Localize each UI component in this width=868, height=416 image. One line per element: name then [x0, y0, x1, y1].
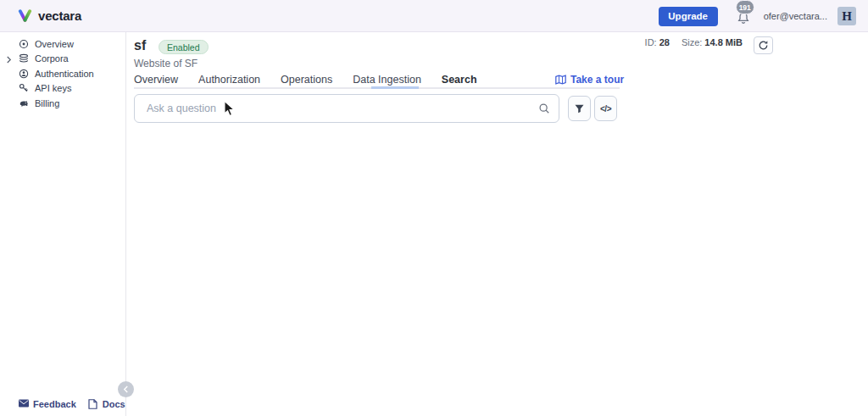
sidebar-item-overview[interactable]: Overview [0, 36, 125, 52]
corpus-name: sf [134, 38, 146, 53]
code-icon: </> [600, 104, 611, 114]
refresh-icon [758, 40, 769, 51]
chevron-right-icon[interactable] [6, 55, 12, 65]
tab-overview[interactable]: Overview [134, 72, 178, 89]
sidebar-item-label: API keys [35, 83, 71, 93]
sidebar-item-authentication[interactable]: Authentication [0, 66, 125, 81]
brand-name: vectara [38, 8, 81, 23]
notifications-bell[interactable]: 191 [735, 3, 754, 29]
sidebar-item-label: Overview [35, 39, 74, 49]
corpora-icon [19, 53, 29, 64]
topbar: vectara Upgrade 191 ofer@vectara... H [0, 0, 868, 32]
vectara-console: vectara Upgrade 191 ofer@vectara... H Ov… [0, 0, 868, 416]
corpus-id: ID:28 [645, 37, 670, 47]
sidebar-item-billing[interactable]: Billing [0, 96, 125, 111]
document-icon [88, 399, 98, 409]
code-view-button[interactable]: </> [594, 96, 617, 121]
corpus-description: Website of SF [134, 58, 198, 69]
sidebar-item-corpora[interactable]: Corpora [0, 52, 125, 67]
user-email[interactable]: ofer@vectara... [764, 11, 827, 21]
sidebar-footer: Feedback Docs [0, 399, 125, 409]
avatar[interactable]: H [837, 7, 856, 25]
key-icon [19, 83, 29, 93]
refresh-button[interactable] [754, 36, 773, 54]
feedback-link[interactable]: Feedback [19, 399, 76, 409]
chevron-left-icon [123, 385, 129, 393]
notification-count-badge: 191 [736, 0, 754, 14]
enabled-status-badge: Enabled [159, 40, 209, 54]
overview-icon [19, 39, 29, 49]
funnel-icon [574, 103, 585, 114]
docs-link[interactable]: Docs [88, 399, 125, 409]
tab-search[interactable]: Search [442, 72, 477, 89]
sidebar: Overview Corpora Authentication [0, 32, 126, 416]
feedback-label: Feedback [33, 399, 76, 409]
corpus-meta: ID:28 Size:14.8 MiB [645, 37, 743, 47]
tab-authorization[interactable]: Authorization [198, 72, 260, 89]
docs-label: Docs [103, 399, 125, 409]
main-content: sf Enabled ID:28 Size:14.8 MiB Website o… [127, 32, 868, 416]
sidebar-collapse-button[interactable] [118, 381, 134, 397]
take-a-tour-label: Take a tour [570, 74, 624, 86]
upgrade-button[interactable]: Upgrade [659, 7, 718, 26]
sidebar-item-label: Corpora [35, 53, 69, 64]
corpus-size: Size:14.8 MiB [682, 37, 743, 47]
vectara-v-icon [18, 9, 32, 22]
authentication-icon [19, 69, 29, 79]
search-input[interactable] [134, 94, 559, 123]
map-icon [555, 75, 566, 85]
filter-button[interactable] [568, 96, 591, 121]
billing-icon [19, 98, 29, 108]
sidebar-item-label: Authentication [35, 69, 94, 79]
sidebar-item-api-keys[interactable]: API keys [0, 81, 125, 97]
active-tab-indicator [371, 86, 419, 89]
take-a-tour-link[interactable]: Take a tour [555, 74, 624, 86]
tab-operations[interactable]: Operations [281, 72, 332, 89]
envelope-icon [19, 399, 29, 409]
vectara-logo[interactable]: vectara [18, 8, 81, 23]
search-row: </> [134, 94, 559, 123]
sidebar-item-label: Billing [35, 98, 59, 108]
